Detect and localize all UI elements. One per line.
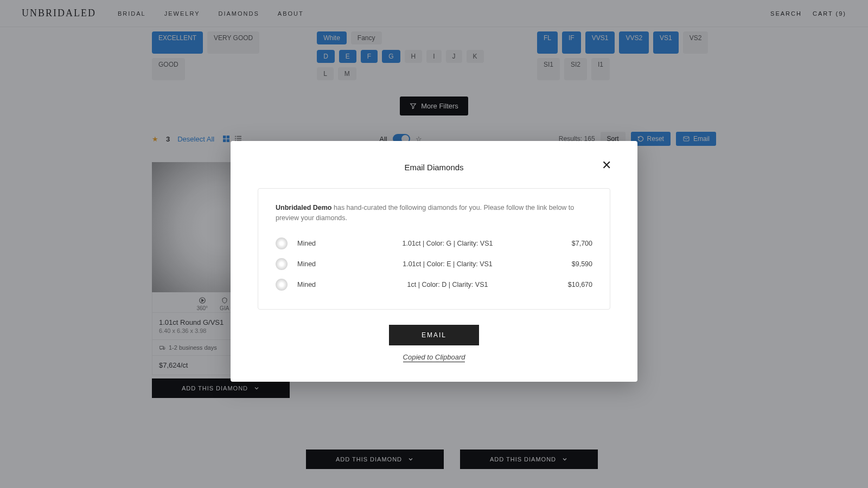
diamond-specs: 1ct | Color: D | Clarity: VS1: [346, 281, 549, 288]
close-icon[interactable]: ✕: [602, 158, 611, 172]
diamond-thumb: [276, 258, 288, 270]
diamond-row: Mined1.01ct | Color: E | Clarity: VS1$9,…: [276, 254, 592, 274]
diamond-price: $9,590: [549, 260, 592, 268]
email-diamonds-modal: ✕ Email Diamonds Unbridaled Demo has han…: [231, 141, 637, 382]
diamond-specs: 1.01ct | Color: G | Clarity: VS1: [346, 240, 549, 247]
diamond-price: $10,670: [549, 281, 592, 288]
modal-overlay[interactable]: ✕ Email Diamonds Unbridaled Demo has han…: [0, 0, 868, 488]
modal-intro: Unbridaled Demo has hand-curated the fol…: [276, 203, 592, 223]
diamond-row: Mined1ct | Color: D | Clarity: VS1$10,67…: [276, 274, 592, 295]
diamond-price: $7,700: [549, 240, 592, 247]
diamond-thumb: [276, 237, 288, 249]
diamond-specs: 1.01ct | Color: E | Clarity: VS1: [346, 260, 549, 268]
diamond-type: Mined: [297, 240, 346, 247]
modal-title: Email Diamonds: [258, 163, 610, 172]
diamond-type: Mined: [297, 260, 346, 268]
copied-link[interactable]: Copied to Clipboard: [403, 353, 465, 362]
modal-email-button[interactable]: EMAIL: [389, 325, 479, 345]
diamond-row: Mined1.01ct | Color: G | Clarity: VS1$7,…: [276, 233, 592, 254]
diamond-type: Mined: [297, 281, 346, 288]
diamond-thumb: [276, 279, 288, 291]
